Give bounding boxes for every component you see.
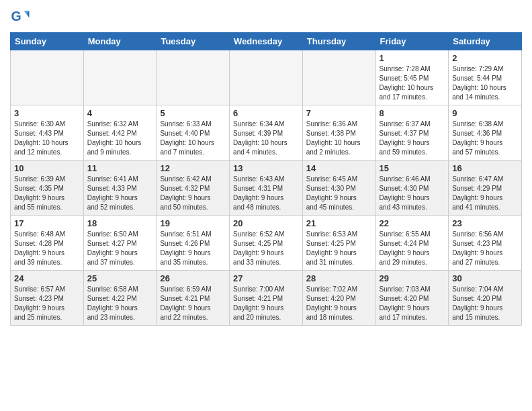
day-info: Sunrise: 6:51 AMSunset: 4:26 PMDaylight:… bbox=[160, 230, 226, 267]
day-number: 10 bbox=[14, 163, 80, 173]
day-info: Sunrise: 6:39 AMSunset: 4:35 PMDaylight:… bbox=[14, 175, 80, 212]
calendar-cell: 9Sunrise: 6:38 AMSunset: 4:36 PMDaylight… bbox=[449, 105, 522, 161]
day-info: Sunrise: 6:37 AMSunset: 4:37 PMDaylight:… bbox=[380, 120, 445, 157]
day-info: Sunrise: 7:28 AMSunset: 5:45 PMDaylight:… bbox=[380, 64, 445, 102]
day-number: 2 bbox=[452, 53, 518, 63]
calendar-table: SundayMondayTuesdayWednesdayThursdayFrid… bbox=[10, 32, 522, 326]
calendar-cell: 22Sunrise: 6:55 AMSunset: 4:24 PMDayligh… bbox=[375, 216, 449, 271]
day-info: Sunrise: 6:45 AMSunset: 4:30 PMDaylight:… bbox=[306, 175, 372, 212]
weekday-header: Thursday bbox=[302, 33, 375, 50]
calendar-body: 1Sunrise: 7:28 AMSunset: 5:45 PMDaylight… bbox=[11, 50, 522, 326]
day-info: Sunrise: 7:02 AMSunset: 4:20 PMDaylight:… bbox=[306, 285, 372, 322]
calendar-cell: 26Sunrise: 6:59 AMSunset: 4:21 PMDayligh… bbox=[157, 271, 230, 326]
calendar-cell: 13Sunrise: 6:43 AMSunset: 4:31 PMDayligh… bbox=[230, 161, 303, 216]
logo: G bbox=[10, 7, 33, 27]
weekday-header: Monday bbox=[83, 33, 157, 50]
day-number: 30 bbox=[452, 273, 518, 283]
page: G SundayMondayTuesdayWednesdayThursdayFr… bbox=[0, 0, 532, 332]
calendar-cell: 6Sunrise: 6:34 AMSunset: 4:39 PMDaylight… bbox=[230, 105, 303, 161]
calendar-cell bbox=[302, 50, 375, 105]
day-number: 22 bbox=[380, 218, 445, 228]
day-number: 1 bbox=[380, 53, 445, 63]
calendar-cell: 4Sunrise: 6:32 AMSunset: 4:42 PMDaylight… bbox=[83, 105, 157, 161]
day-info: Sunrise: 6:46 AMSunset: 4:30 PMDaylight:… bbox=[380, 175, 445, 212]
day-info: Sunrise: 6:33 AMSunset: 4:40 PMDaylight:… bbox=[160, 120, 226, 157]
calendar-cell bbox=[157, 50, 230, 105]
calendar-cell: 11Sunrise: 6:41 AMSunset: 4:33 PMDayligh… bbox=[83, 161, 157, 216]
header: G bbox=[10, 7, 522, 27]
weekday-header: Tuesday bbox=[157, 33, 230, 50]
day-info: Sunrise: 6:42 AMSunset: 4:32 PMDaylight:… bbox=[160, 175, 226, 212]
calendar-week-row: 1Sunrise: 7:28 AMSunset: 5:45 PMDaylight… bbox=[11, 50, 522, 105]
calendar-cell bbox=[11, 50, 84, 105]
day-info: Sunrise: 7:00 AMSunset: 4:21 PMDaylight:… bbox=[233, 285, 299, 322]
calendar-cell: 18Sunrise: 6:50 AMSunset: 4:27 PMDayligh… bbox=[83, 216, 157, 271]
day-info: Sunrise: 6:38 AMSunset: 4:36 PMDaylight:… bbox=[452, 120, 518, 157]
weekday-header: Saturday bbox=[449, 33, 522, 50]
day-info: Sunrise: 6:59 AMSunset: 4:21 PMDaylight:… bbox=[160, 285, 226, 322]
day-info: Sunrise: 6:55 AMSunset: 4:24 PMDaylight:… bbox=[380, 230, 445, 267]
calendar-cell: 20Sunrise: 6:52 AMSunset: 4:25 PMDayligh… bbox=[230, 216, 303, 271]
day-number: 29 bbox=[380, 273, 445, 283]
calendar-cell: 12Sunrise: 6:42 AMSunset: 4:32 PMDayligh… bbox=[157, 161, 230, 216]
calendar-cell: 5Sunrise: 6:33 AMSunset: 4:40 PMDaylight… bbox=[157, 105, 230, 161]
weekday-header: Wednesday bbox=[230, 33, 303, 50]
day-info: Sunrise: 6:47 AMSunset: 4:29 PMDaylight:… bbox=[452, 175, 518, 212]
calendar-week-row: 17Sunrise: 6:48 AMSunset: 4:28 PMDayligh… bbox=[11, 216, 522, 271]
day-number: 6 bbox=[233, 108, 299, 118]
svg-text:G: G bbox=[11, 9, 21, 24]
calendar-cell: 30Sunrise: 7:04 AMSunset: 4:20 PMDayligh… bbox=[449, 271, 522, 326]
day-info: Sunrise: 7:04 AMSunset: 4:20 PMDaylight:… bbox=[452, 285, 518, 322]
day-number: 12 bbox=[160, 163, 226, 173]
day-info: Sunrise: 6:36 AMSunset: 4:38 PMDaylight:… bbox=[306, 120, 372, 157]
day-info: Sunrise: 7:03 AMSunset: 4:20 PMDaylight:… bbox=[380, 285, 445, 322]
day-number: 5 bbox=[160, 108, 226, 118]
day-number: 26 bbox=[160, 273, 226, 283]
calendar-cell: 3Sunrise: 6:30 AMSunset: 4:43 PMDaylight… bbox=[11, 105, 84, 161]
calendar-cell: 14Sunrise: 6:45 AMSunset: 4:30 PMDayligh… bbox=[302, 161, 375, 216]
day-number: 24 bbox=[14, 273, 80, 283]
day-info: Sunrise: 6:56 AMSunset: 4:23 PMDaylight:… bbox=[452, 230, 518, 267]
day-number: 18 bbox=[87, 218, 153, 228]
day-number: 16 bbox=[452, 163, 518, 173]
logo-icon: G bbox=[10, 7, 30, 27]
day-info: Sunrise: 6:50 AMSunset: 4:27 PMDaylight:… bbox=[87, 230, 153, 267]
day-number: 8 bbox=[380, 108, 445, 118]
day-info: Sunrise: 6:48 AMSunset: 4:28 PMDaylight:… bbox=[14, 230, 80, 267]
day-number: 17 bbox=[14, 218, 80, 228]
day-number: 28 bbox=[306, 273, 372, 283]
day-info: Sunrise: 6:32 AMSunset: 4:42 PMDaylight:… bbox=[87, 120, 153, 157]
calendar-cell: 23Sunrise: 6:56 AMSunset: 4:23 PMDayligh… bbox=[449, 216, 522, 271]
calendar-cell: 10Sunrise: 6:39 AMSunset: 4:35 PMDayligh… bbox=[11, 161, 84, 216]
day-number: 3 bbox=[14, 108, 80, 118]
day-info: Sunrise: 7:29 AMSunset: 5:44 PMDaylight:… bbox=[452, 64, 518, 102]
calendar-cell: 7Sunrise: 6:36 AMSunset: 4:38 PMDaylight… bbox=[302, 105, 375, 161]
calendar-cell: 19Sunrise: 6:51 AMSunset: 4:26 PMDayligh… bbox=[157, 216, 230, 271]
day-number: 21 bbox=[306, 218, 372, 228]
day-info: Sunrise: 6:57 AMSunset: 4:23 PMDaylight:… bbox=[14, 285, 80, 322]
day-info: Sunrise: 6:43 AMSunset: 4:31 PMDaylight:… bbox=[233, 175, 299, 212]
calendar-cell: 28Sunrise: 7:02 AMSunset: 4:20 PMDayligh… bbox=[302, 271, 375, 326]
calendar-cell: 16Sunrise: 6:47 AMSunset: 4:29 PMDayligh… bbox=[449, 161, 522, 216]
calendar-header: SundayMondayTuesdayWednesdayThursdayFrid… bbox=[11, 33, 522, 50]
calendar-cell: 21Sunrise: 6:53 AMSunset: 4:25 PMDayligh… bbox=[302, 216, 375, 271]
day-number: 14 bbox=[306, 163, 372, 173]
calendar-cell: 25Sunrise: 6:58 AMSunset: 4:22 PMDayligh… bbox=[83, 271, 157, 326]
day-number: 23 bbox=[452, 218, 518, 228]
day-number: 9 bbox=[452, 108, 518, 118]
calendar-week-row: 10Sunrise: 6:39 AMSunset: 4:35 PMDayligh… bbox=[11, 161, 522, 216]
day-number: 7 bbox=[306, 108, 372, 118]
day-info: Sunrise: 6:58 AMSunset: 4:22 PMDaylight:… bbox=[87, 285, 153, 322]
day-number: 13 bbox=[233, 163, 299, 173]
calendar-cell bbox=[83, 50, 157, 105]
day-number: 19 bbox=[160, 218, 226, 228]
calendar-cell: 24Sunrise: 6:57 AMSunset: 4:23 PMDayligh… bbox=[11, 271, 84, 326]
calendar-week-row: 24Sunrise: 6:57 AMSunset: 4:23 PMDayligh… bbox=[11, 271, 522, 326]
weekday-header: Sunday bbox=[11, 33, 84, 50]
day-number: 27 bbox=[233, 273, 299, 283]
calendar-cell: 17Sunrise: 6:48 AMSunset: 4:28 PMDayligh… bbox=[11, 216, 84, 271]
calendar-cell: 1Sunrise: 7:28 AMSunset: 5:45 PMDaylight… bbox=[375, 50, 449, 105]
weekday-row: SundayMondayTuesdayWednesdayThursdayFrid… bbox=[11, 33, 522, 50]
calendar-cell: 15Sunrise: 6:46 AMSunset: 4:30 PMDayligh… bbox=[375, 161, 449, 216]
day-number: 11 bbox=[87, 163, 153, 173]
